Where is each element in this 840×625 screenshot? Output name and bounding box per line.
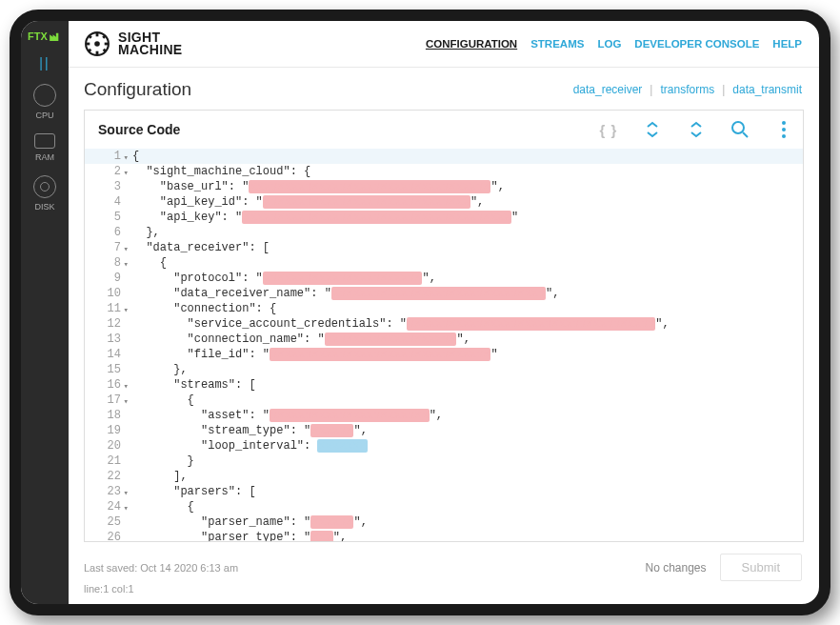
disk-gauge: DISK bbox=[33, 175, 56, 212]
code-line[interactable]: 1▾{ bbox=[85, 149, 803, 164]
code-line[interactable]: 6 }, bbox=[85, 225, 803, 240]
brand-text: SIGHT MACHINE bbox=[118, 31, 182, 56]
code-line[interactable]: 13 "connection_name": "xxxxxxxxxxxxxxxxx… bbox=[85, 332, 803, 347]
gutter: 26 bbox=[85, 530, 129, 541]
code-line[interactable]: 18 "asset": "xxxxxxxxxxxxxxxxxxxxxxx", bbox=[85, 408, 803, 423]
source-panel: Source Code { } 1▾{2▾ "sight_mach bbox=[84, 110, 804, 542]
search-icon[interactable] bbox=[730, 120, 750, 139]
format-json-icon[interactable]: { } bbox=[599, 120, 618, 139]
page-title: Configuration bbox=[84, 79, 191, 100]
ram-gauge: RAM bbox=[34, 133, 55, 162]
code-content[interactable]: "data_receiver_name": "xxxxxxxxxxxxxxxxx… bbox=[129, 286, 560, 301]
code-content[interactable]: }, bbox=[129, 362, 188, 377]
code-line[interactable]: 23▾ "parsers": [ bbox=[85, 484, 803, 499]
code-line[interactable]: 16▾ "streams": [ bbox=[85, 377, 803, 393]
subnav-data-transmit[interactable]: data_transmit bbox=[732, 83, 802, 96]
more-icon[interactable] bbox=[774, 120, 793, 139]
ram-label: RAM bbox=[35, 152, 54, 162]
cpu-label: CPU bbox=[35, 111, 53, 120]
code-line[interactable]: 11▾ "connection": { bbox=[85, 301, 803, 316]
nav-configuration[interactable]: CONFIGURATION bbox=[426, 38, 517, 50]
code-line[interactable]: 19 "stream_type": "xxxxxx", bbox=[85, 423, 803, 438]
code-content[interactable]: "streams": [ bbox=[129, 377, 256, 393]
pause-icon[interactable]: || bbox=[39, 55, 50, 71]
code-content[interactable]: "parsers": [ bbox=[129, 484, 256, 499]
gutter: 8▾ bbox=[85, 255, 129, 271]
code-line[interactable]: 9 "protocol": "xxxxxxxxxxxxxxxxxxxxxxx", bbox=[85, 271, 803, 286]
device-frame: FTX || CPU RAM DISK bbox=[10, 10, 830, 615]
code-line[interactable]: 22 ], bbox=[85, 469, 803, 484]
brand-line2: MACHINE bbox=[118, 44, 182, 56]
gutter: 10 bbox=[85, 286, 129, 301]
code-line[interactable]: 2▾ "sight_machine_cloud": { bbox=[85, 164, 803, 179]
code-content[interactable]: { bbox=[129, 149, 139, 164]
top-bar: SIGHT MACHINE CONFIGURATION STREAMS LOG … bbox=[69, 21, 819, 63]
disk-gauge-icon bbox=[33, 175, 56, 198]
code-line[interactable]: 8▾ { bbox=[85, 255, 803, 271]
code-content[interactable]: "parser_type": "xxx", bbox=[129, 530, 347, 541]
code-line[interactable]: 25 "parser_name": "xxxxxx", bbox=[85, 514, 803, 530]
code-line[interactable]: 17▾ { bbox=[85, 393, 803, 408]
subnav-transforms[interactable]: transforms bbox=[660, 83, 714, 96]
code-line[interactable]: 3 "base_url": "xxxxxxxxxxxxxxxxxxxxxxxxx… bbox=[85, 179, 803, 194]
ftx-label: FTX bbox=[28, 30, 48, 42]
code-content[interactable]: "sight_machine_cloud": { bbox=[129, 164, 310, 179]
code-line[interactable]: 26 "parser_type": "xxx", bbox=[85, 530, 803, 541]
code-content[interactable]: "api_key": "xxxxxxxxxxxxxxxxxxxxxxxxxxxx… bbox=[129, 210, 518, 225]
gutter: 22 bbox=[85, 469, 129, 484]
code-content[interactable]: ], bbox=[129, 469, 188, 484]
code-content[interactable]: "parser_name": "xxxxxx", bbox=[129, 514, 368, 530]
nav-developer-console[interactable]: DEVELOPER CONSOLE bbox=[634, 38, 759, 50]
code-line[interactable]: 7▾ "data_receiver": [ bbox=[85, 240, 803, 255]
nav-help[interactable]: HELP bbox=[772, 38, 802, 50]
cpu-gauge-icon bbox=[33, 84, 56, 107]
nav-log[interactable]: LOG bbox=[597, 38, 621, 50]
code-content[interactable]: }, bbox=[129, 225, 160, 240]
submit-button[interactable]: Submit bbox=[720, 554, 802, 581]
code-content[interactable]: "data_receiver": [ bbox=[129, 240, 270, 255]
code-line[interactable]: 10 "data_receiver_name": "xxxxxxxxxxxxxx… bbox=[85, 286, 803, 301]
code-content[interactable]: "asset": "xxxxxxxxxxxxxxxxxxxxxxx", bbox=[129, 408, 443, 423]
code-line[interactable]: 5 "api_key": "xxxxxxxxxxxxxxxxxxxxxxxxxx… bbox=[85, 210, 803, 225]
gutter: 21 bbox=[85, 454, 129, 469]
gutter: 19 bbox=[85, 423, 129, 438]
subnav-data-receiver[interactable]: data_receiver bbox=[573, 83, 643, 96]
gutter: 16▾ bbox=[85, 377, 129, 393]
code-line[interactable]: 20 "loop_interval": xxxxxxx bbox=[85, 438, 803, 454]
gutter: 11▾ bbox=[85, 301, 129, 316]
code-content[interactable]: "file_id": "xxxxxxxxxxxxxxxxxxxxxxxxxxxx… bbox=[129, 347, 498, 362]
code-content[interactable]: "loop_interval": xxxxxxx bbox=[129, 438, 368, 454]
code-line[interactable]: 21 } bbox=[85, 454, 803, 469]
expand-all-icon[interactable] bbox=[687, 120, 706, 139]
code-line[interactable]: 24▾ { bbox=[85, 499, 803, 514]
code-content[interactable]: "connection_name": "xxxxxxxxxxxxxxxxxxx"… bbox=[129, 332, 470, 347]
code-content[interactable]: { bbox=[129, 255, 167, 271]
code-line[interactable]: 15 }, bbox=[85, 362, 803, 377]
gutter: 5 bbox=[85, 210, 129, 225]
collapse-all-icon[interactable] bbox=[643, 120, 662, 139]
code-line[interactable]: 12 "service_account_credentials": "xxxxx… bbox=[85, 316, 803, 332]
code-content[interactable]: { bbox=[129, 393, 194, 408]
code-content[interactable]: "stream_type": "xxxxxx", bbox=[129, 423, 368, 438]
gutter: 15 bbox=[85, 362, 129, 377]
code-content[interactable]: "api_key_id": "xxxxxxxxxxxxxxxxxxxxxxxxx… bbox=[129, 194, 484, 210]
code-content[interactable]: "connection": { bbox=[129, 301, 276, 316]
nav-streams[interactable]: STREAMS bbox=[530, 38, 584, 50]
subnav-sep: | bbox=[722, 83, 725, 96]
code-editor[interactable]: 1▾{2▾ "sight_machine_cloud": {3 "base_ur… bbox=[85, 149, 803, 541]
panel-actions: { } bbox=[599, 120, 793, 139]
code-content[interactable]: "protocol": "xxxxxxxxxxxxxxxxxxxxxxx", bbox=[129, 271, 436, 286]
gutter: 18 bbox=[85, 408, 129, 423]
sub-bar: Configuration data_receiver | transforms… bbox=[69, 68, 819, 110]
code-line[interactable]: 4 "api_key_id": "xxxxxxxxxxxxxxxxxxxxxxx… bbox=[85, 194, 803, 210]
gutter: 25 bbox=[85, 514, 129, 530]
code-content[interactable]: "service_account_credentials": "xxxxxxxx… bbox=[129, 316, 670, 332]
code-content[interactable]: } bbox=[129, 454, 194, 469]
factory-icon bbox=[49, 31, 62, 41]
subnav-sep: | bbox=[650, 83, 652, 96]
code-line[interactable]: 14 "file_id": "xxxxxxxxxxxxxxxxxxxxxxxxx… bbox=[85, 347, 803, 362]
no-changes-label: No changes bbox=[645, 561, 706, 575]
brand: SIGHT MACHINE bbox=[84, 30, 182, 57]
code-content[interactable]: "base_url": "xxxxxxxxxxxxxxxxxxxxxxxxxxx… bbox=[129, 179, 505, 194]
code-content[interactable]: { bbox=[129, 499, 194, 514]
